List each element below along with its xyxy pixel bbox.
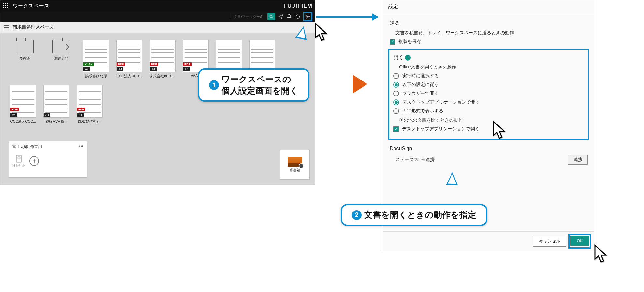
filetype-badge: PDF: [150, 62, 158, 66]
settings-title: 設定: [383, 0, 594, 13]
callout-number: 1: [209, 80, 219, 90]
breadcrumb-bar: 請求書処理スペース: [0, 22, 315, 33]
document-item[interactable]: A4(株) VVV商...: [43, 85, 69, 124]
document-item[interactable]: XLSXA4請求書ひな形: [83, 40, 109, 79]
callout-number: 2: [352, 210, 362, 220]
paper-size-badge: A4: [150, 67, 157, 71]
ok-button[interactable]: OK: [570, 236, 589, 246]
document-label: 株式会社BBB_...: [150, 74, 176, 79]
settings-body: 送る 文書を私書箱、トレイ、ワークスペースに送るときの動作 ✓ 複製を保存 開く…: [383, 13, 594, 231]
callout-text: 文書を開くときの動作を指定: [364, 209, 476, 221]
ok-button-highlight: OK: [568, 234, 591, 249]
app-topbar: ワークスペース FUJIFILM: [0, 0, 315, 12]
document-item[interactable]: PDFA4株式会社BBB_...: [150, 40, 176, 79]
paper-size-badge: A4: [77, 113, 84, 117]
folder-label: 要確認: [20, 56, 30, 61]
radio-label: 実行時に選択する: [402, 73, 439, 79]
paper-size-badge: A4: [183, 67, 190, 71]
document-item[interactable]: PDFA4DDD製作所 (...: [77, 85, 103, 124]
bell-icon[interactable]: [286, 14, 292, 20]
section-open-heading: 開く i: [393, 54, 584, 61]
status-label: ステータス:: [395, 157, 420, 162]
card-title: 富士太郎_作業用: [12, 144, 42, 150]
folder-label: 調達部門: [54, 56, 68, 61]
radio-icon: [393, 108, 399, 114]
other-desktop-checkbox[interactable]: ✓ デスクトップアプリケーションで開く: [393, 126, 584, 132]
transition-arrow-icon: [353, 75, 367, 93]
docusign-section: DocuSign ステータス: 未連携 連携: [390, 146, 588, 165]
add-button[interactable]: +: [29, 156, 39, 166]
radio-label: ブラウザーで開く: [402, 91, 439, 96]
send-icon[interactable]: [278, 14, 284, 20]
stamp-block: 検証訂正: [12, 154, 25, 168]
folder-item[interactable]: 調達部門: [47, 40, 76, 61]
gear-icon[interactable]: [305, 14, 311, 20]
document-item[interactable]: PDFA4CCC法人CCC...: [10, 85, 36, 124]
filetype-badge: PDF: [183, 62, 192, 66]
document-label: CCC法人DDD...: [116, 74, 142, 79]
folder-item[interactable]: 要確認: [10, 40, 39, 61]
callout-text: ワークスペースの 個人設定画面を開く: [222, 74, 298, 96]
search-input[interactable]: [232, 13, 267, 20]
docusign-link-button[interactable]: 連携: [568, 155, 588, 165]
svg-point-0: [270, 15, 272, 17]
radio-label: デスクトップアプリケーションで開く: [402, 99, 480, 105]
app-title: ワークスペース: [13, 3, 49, 9]
radio-selected-icon: [393, 82, 399, 88]
radio-browser[interactable]: ブラウザーで開く: [393, 91, 584, 96]
cancel-button[interactable]: キャンセル: [533, 236, 566, 247]
copy-checkbox-row[interactable]: ✓ 複製を保存: [390, 39, 588, 45]
refresh-icon[interactable]: [295, 14, 301, 20]
svg-line-1: [272, 17, 273, 19]
hamburger-icon[interactable]: [4, 25, 9, 29]
settings-footer: キャンセル OK: [383, 231, 594, 251]
document-label: (株) VVV商...: [43, 119, 69, 124]
callout-2: 2 文書を開くときの動作を指定: [341, 204, 487, 226]
docusign-heading: DocuSign: [390, 146, 588, 152]
radio-runtime[interactable]: 実行時に選択する: [393, 73, 584, 79]
office-open-desc: Office文書を開くときの動作: [399, 64, 584, 70]
personal-workspace-card[interactable]: 富士太郎_作業用 ••• 検証訂正 +: [9, 141, 87, 178]
radio-desktop[interactable]: デスクトップアプリケーションで開く: [393, 99, 584, 105]
space-title: 請求書処理スペース: [13, 24, 54, 30]
open-heading-text: 開く: [393, 54, 404, 60]
cursor-icon: [593, 244, 609, 264]
docusign-status: ステータス: 未連携: [395, 157, 435, 163]
search-button[interactable]: [267, 13, 275, 20]
app-grid-icon[interactable]: [3, 3, 9, 9]
tray-user-badge-icon: [299, 163, 304, 168]
card-menu-icon[interactable]: •••: [79, 144, 83, 150]
cursor-icon: [491, 121, 508, 140]
folder-icon: [16, 40, 34, 53]
checkbox-checked-icon: ✓: [393, 126, 399, 132]
app-toolbar: [0, 12, 315, 22]
search-box: [232, 13, 275, 20]
document-item[interactable]: PDFA4CCC法人DDD...: [116, 40, 142, 79]
callout-1: 1 ワークスペースの 個人設定画面を開く: [198, 68, 309, 102]
paper-size-badge: A4: [10, 113, 17, 117]
section-send-heading: 送る: [390, 20, 588, 27]
svg-point-4: [18, 157, 20, 159]
brand-logo: FUJIFILM: [283, 3, 312, 9]
annotation-arrow: [316, 16, 378, 18]
radio-selected-icon: [393, 99, 399, 105]
paper-size-badge: A4: [83, 67, 90, 71]
settings-gear-highlight: [303, 12, 312, 21]
paper-size-badge: A4: [44, 113, 50, 117]
stamp-icon: [14, 154, 23, 163]
info-icon[interactable]: i: [405, 55, 411, 61]
status-value: 未連携: [421, 157, 435, 162]
paper-size-badge: A4: [117, 67, 123, 71]
callout-pointer: [446, 172, 458, 185]
filetype-badge: PDF: [77, 108, 85, 111]
svg-point-2: [307, 16, 308, 17]
stamp-label: 検証訂正: [12, 163, 25, 168]
copy-checkbox-label: 複製を保存: [398, 39, 421, 45]
private-tray[interactable]: 私書箱: [280, 150, 310, 180]
radio-pdf[interactable]: PDF形式で表示する: [393, 108, 584, 114]
checkbox-checked-icon: ✓: [390, 39, 395, 45]
radio-follow[interactable]: 以下の設定に従う: [393, 82, 584, 88]
document-label: CCC法人CCC...: [10, 119, 36, 124]
filetype-badge: PDF: [10, 108, 19, 111]
open-section-highlight: 開く i Office文書を開くときの動作 実行時に選択する 以下の設定に従う …: [388, 49, 589, 140]
